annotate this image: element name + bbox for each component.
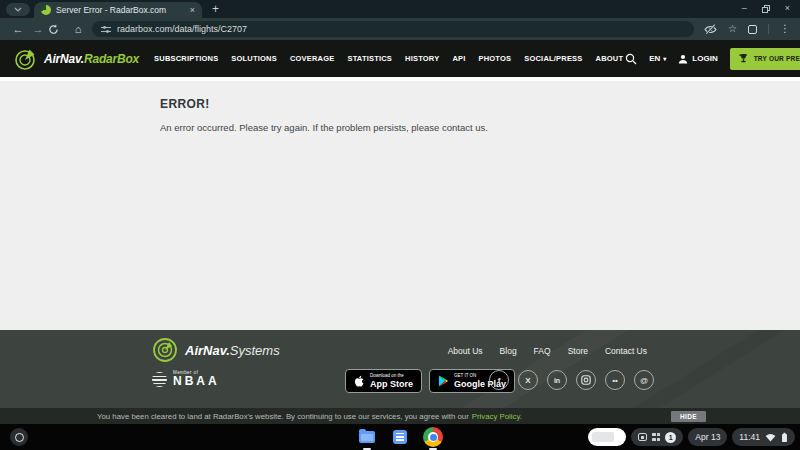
new-tab-button[interactable]: + — [212, 3, 219, 15]
nbaa-globe-icon — [152, 372, 167, 387]
apple-icon — [354, 375, 365, 388]
shelf-apps — [357, 427, 443, 447]
site-header: AirNav.RadarBox SUBSCRIPTIONS SOLUTIONS … — [0, 40, 800, 77]
window-controls: – × — [742, 4, 790, 13]
reload-icon — [48, 24, 59, 35]
user-icon — [678, 54, 688, 64]
language-selector[interactable]: EN▾ — [649, 54, 666, 63]
screen: Server Error - RadarBox.com × + – × ← → … — [0, 0, 800, 450]
visibility-off-icon[interactable] — [704, 24, 717, 35]
footer-links: About Us Blog FAQ Store Contact Us — [448, 346, 647, 356]
footer-link-about-us[interactable]: About Us — [448, 346, 483, 356]
facebook-icon[interactable]: f — [489, 370, 509, 390]
radarbox-favicon-icon — [41, 5, 51, 15]
tab-search-button[interactable] — [6, 3, 30, 16]
window-restore-button[interactable] — [762, 5, 770, 13]
footer-logo[interactable]: AirNav.Systems — [152, 337, 280, 363]
system-tray[interactable]: 11:41 — [732, 428, 795, 446]
docs-app-icon[interactable] — [390, 427, 410, 447]
footer-link-store[interactable]: Store — [568, 346, 588, 356]
header-actions: EN▾ LOGIN TRY OUR PREMIUM FEATURES PDT 1… — [625, 48, 800, 70]
launcher-icon — [15, 433, 24, 442]
url-bar[interactable]: radarbox.com/data/flights/C2707 — [92, 21, 694, 37]
chrome-app-icon[interactable] — [423, 427, 443, 447]
nav-item-social-press[interactable]: SOCIAL/PRESS — [522, 50, 584, 67]
toolbar-divider — [768, 24, 769, 34]
linkedin-icon[interactable]: in — [547, 370, 567, 390]
site-footer: AirNav.Systems About Us Blog FAQ Store C… — [0, 330, 800, 408]
cookie-consent-bar: You have been cleared to land at RadarBo… — [0, 408, 800, 424]
footer-link-faq[interactable]: FAQ — [534, 346, 551, 356]
flickr-icon[interactable]: •• — [605, 370, 625, 390]
forward-button[interactable]: → — [28, 24, 48, 35]
status-area: 1 Apr 13 11:41 — [588, 428, 795, 446]
threads-icon[interactable]: @ — [634, 370, 654, 390]
window-close-button[interactable]: × — [785, 4, 790, 13]
home-button[interactable]: ⌂ — [68, 24, 88, 35]
grid-icon — [652, 433, 660, 441]
error-title: ERROR! — [160, 97, 800, 111]
battery-icon — [781, 432, 788, 443]
chevron-down-icon — [14, 7, 22, 12]
main-nav: SUBSCRIPTIONS SOLUTIONS COVERAGE STATIST… — [152, 50, 625, 67]
extensions-icon[interactable] — [748, 25, 757, 34]
appstore-badge[interactable]: Download on theApp Store — [345, 369, 422, 393]
x-twitter-icon[interactable]: X — [518, 370, 538, 390]
date-label: Apr 13 — [695, 432, 720, 442]
launcher-button[interactable] — [10, 428, 28, 446]
bookmark-star-icon[interactable]: ☆ — [728, 24, 737, 34]
nav-item-history[interactable]: HISTORY — [403, 50, 441, 67]
footer-wordmark: AirNav.Systems — [185, 343, 280, 358]
time-label: 11:41 — [739, 432, 760, 442]
error-message: An error occurred. Please try again. If … — [160, 122, 800, 133]
nav-item-about[interactable]: ABOUT — [594, 50, 626, 67]
tab-close-icon[interactable]: × — [190, 6, 195, 15]
nbaa-logo: Member of NBAA — [152, 370, 220, 388]
tab-title: Server Error - RadarBox.com — [56, 5, 185, 15]
radar-logo-icon — [14, 47, 38, 71]
nav-item-photos[interactable]: PHOTOS — [477, 50, 514, 67]
browser-menu-button[interactable]: ⋮ — [780, 24, 790, 34]
footer-texture — [576, 330, 800, 408]
login-button[interactable]: LOGIN — [678, 54, 717, 64]
nav-item-coverage[interactable]: COVERAGE — [288, 50, 337, 67]
premium-button[interactable]: TRY OUR PREMIUM FEATURES — [730, 48, 800, 70]
nav-item-api[interactable]: API — [450, 50, 467, 67]
notification-count-badge: 1 — [665, 432, 676, 443]
hide-button[interactable]: HIDE — [671, 411, 706, 422]
footer-link-blog[interactable]: Blog — [500, 346, 517, 356]
chevron-down-icon: ▾ — [663, 55, 666, 62]
search-icon[interactable] — [625, 53, 637, 65]
social-links: f X in •• @ — [489, 370, 654, 390]
chromeos-shelf: 1 Apr 13 11:41 — [0, 424, 800, 450]
browser-tab[interactable]: Server Error - RadarBox.com × — [34, 2, 202, 18]
brand-wordmark: AirNav.RadarBox — [44, 52, 139, 66]
instagram-icon[interactable] — [576, 370, 596, 390]
cookie-message: You have been cleared to land at RadarBo… — [97, 412, 522, 421]
browser-toolbar: ← → ⌂ radarbox.com/data/flights/C2707 ☆ … — [0, 18, 800, 40]
nav-item-statistics[interactable]: STATISTICS — [345, 50, 394, 67]
nav-item-subscriptions[interactable]: SUBSCRIPTIONS — [152, 50, 220, 67]
back-button[interactable]: ← — [8, 24, 28, 35]
url-text[interactable]: radarbox.com/data/flights/C2707 — [117, 24, 247, 34]
window-minimize-button[interactable]: – — [742, 4, 747, 13]
nbaa-name: NBAA — [173, 375, 220, 388]
reload-button[interactable] — [48, 24, 68, 35]
toolbar-actions: ☆ ⋮ — [704, 24, 792, 35]
airnav-systems-logo-icon — [152, 337, 178, 363]
browser-tab-strip: Server Error - RadarBox.com × + – × — [0, 0, 800, 18]
notification-tray[interactable]: 1 — [631, 428, 683, 446]
wifi-icon — [765, 433, 776, 442]
site-settings-icon[interactable] — [101, 25, 111, 34]
trophy-icon — [738, 53, 749, 64]
nav-item-solutions[interactable]: SOLUTIONS — [229, 50, 279, 67]
files-app-icon[interactable] — [357, 427, 377, 447]
page-content: ERROR! An error occurred. Please try aga… — [0, 77, 800, 330]
capture-icon — [638, 433, 647, 441]
date-pill[interactable]: Apr 13 — [688, 428, 727, 446]
screenshot-preview[interactable] — [588, 428, 626, 446]
site-logo[interactable]: AirNav.RadarBox — [14, 47, 139, 71]
privacy-policy-link[interactable]: Privacy Policy — [472, 412, 520, 421]
footer-link-contact-us[interactable]: Contact Us — [605, 346, 647, 356]
google-play-icon — [438, 375, 449, 387]
